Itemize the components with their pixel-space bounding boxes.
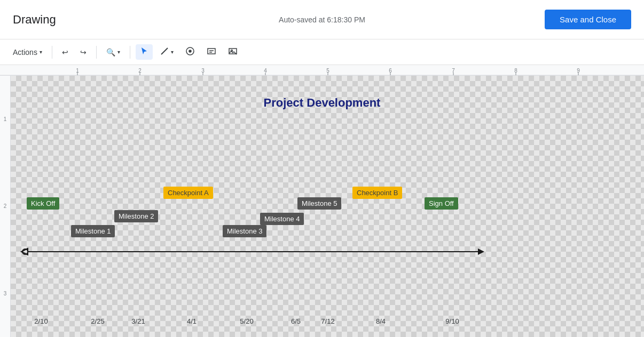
canvas-container[interactable]: 1 2 3 Project Development Kick Off Miles… — [0, 76, 644, 337]
line-icon — [160, 47, 169, 57]
svg-marker-29 — [478, 248, 484, 255]
milestone-3[interactable]: Milestone 3 — [223, 225, 266, 237]
app-title: Drawing — [13, 13, 56, 27]
svg-point-2 — [189, 50, 191, 52]
milestone-2[interactable]: Milestone 2 — [114, 210, 158, 222]
timeline-label-7: 8/4 — [376, 317, 386, 325]
toolbar-separator-1 — [52, 46, 52, 59]
timeline-label-0: 2/10 — [34, 317, 48, 325]
autosave-status: Auto-saved at 6:18:30 PM — [279, 15, 365, 24]
checkpoint-b[interactable]: Checkpoint B — [352, 187, 402, 199]
redo-button[interactable]: ↪ — [76, 45, 91, 59]
textbox-icon — [207, 46, 216, 58]
actions-menu-button[interactable]: Actions ▾ — [9, 45, 46, 59]
line-chevron-icon: ▾ — [171, 49, 174, 55]
comment-button[interactable] — [181, 44, 199, 60]
toolbar-separator-2 — [96, 46, 97, 59]
svg-rect-8 — [0, 65, 644, 76]
timeline-label-1: 2/25 — [91, 317, 104, 325]
toolbar-separator-3 — [130, 46, 130, 59]
milestone-kickoff[interactable]: Kick Off — [27, 197, 59, 210]
svg-line-0 — [161, 48, 168, 54]
timeline-label-5: 6/5 — [291, 317, 301, 325]
milestone-signoff[interactable]: Sign Off — [425, 197, 458, 210]
chart-title: Project Development — [264, 96, 381, 110]
milestone-1[interactable]: Milestone 1 — [71, 225, 115, 237]
timeline-label-2: 3/21 — [131, 317, 145, 325]
toolbar: Actions ▾ ↩ ↪ 🔍 ▾ ▾ — [0, 39, 644, 65]
milestone-5[interactable]: Milestone 5 — [297, 197, 341, 210]
actions-chevron-icon: ▾ — [40, 49, 42, 55]
actions-label: Actions — [13, 48, 37, 57]
zoom-chevron-icon: ▾ — [117, 49, 120, 55]
svg-rect-3 — [208, 49, 215, 54]
checkpoint-a[interactable]: Checkpoint A — [163, 187, 213, 199]
horizontal-ruler: 1 2 3 4 5 6 7 8 9 — [0, 65, 644, 76]
image-button[interactable] — [224, 44, 242, 60]
timeline-label-4: 5/20 — [240, 317, 253, 325]
milestone-4[interactable]: Milestone 4 — [260, 213, 304, 225]
undo-button[interactable]: ↩ — [58, 45, 73, 59]
undo-icon: ↩ — [62, 48, 68, 57]
redo-icon: ↪ — [80, 48, 87, 57]
text-box-button[interactable] — [202, 44, 221, 60]
zoom-icon: 🔍 — [106, 48, 115, 57]
select-tool-button[interactable] — [136, 44, 153, 60]
comment-icon — [185, 46, 195, 58]
cursor-icon — [140, 47, 148, 57]
image-icon — [228, 46, 238, 58]
header: Drawing Auto-saved at 6:18:30 PM Save an… — [0, 0, 644, 39]
timeline-label-6: 7/12 — [321, 317, 334, 325]
line-tool-button[interactable]: ▾ — [156, 44, 178, 60]
save-close-button[interactable]: Save and Close — [545, 10, 631, 29]
vertical-ruler: 1 2 3 — [0, 76, 11, 337]
timeline-label-3: 4/1 — [187, 317, 197, 325]
zoom-button[interactable]: 🔍 ▾ — [102, 45, 124, 59]
timeline-label-8: 9/10 — [445, 317, 459, 325]
